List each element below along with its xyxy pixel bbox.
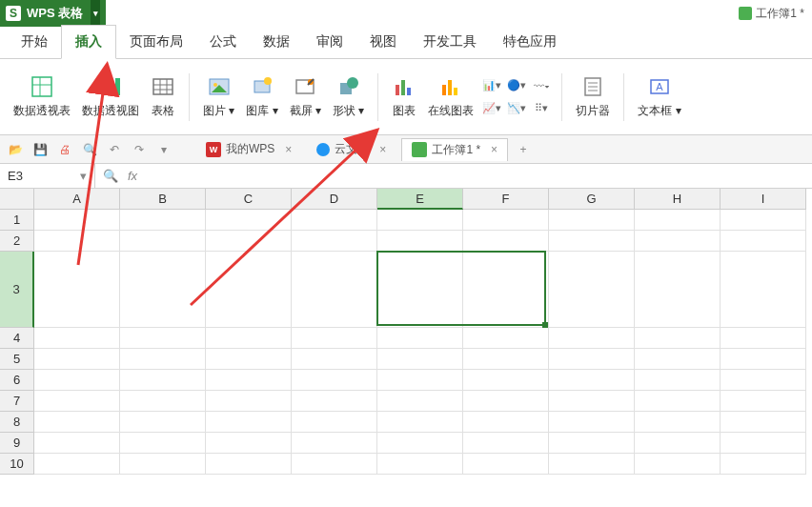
- fx-label[interactable]: fx: [128, 169, 137, 183]
- doc-tab-workbook[interactable]: 工作簿1 * ×: [401, 138, 508, 161]
- cell[interactable]: [635, 231, 721, 252]
- row-header[interactable]: 4: [0, 328, 34, 349]
- cell[interactable]: [721, 370, 806, 391]
- close-icon[interactable]: ×: [285, 143, 292, 156]
- gallery-button[interactable]: 图库 ▾: [242, 64, 281, 131]
- cell[interactable]: [377, 252, 463, 328]
- cell[interactable]: [549, 370, 635, 391]
- column-header[interactable]: B: [120, 189, 206, 210]
- doc-tab-wps-home[interactable]: W 我的WPS ×: [196, 138, 301, 161]
- undo-icon[interactable]: ↶: [105, 140, 124, 159]
- tab-review[interactable]: 审阅: [303, 26, 356, 58]
- cell[interactable]: [120, 391, 206, 412]
- cell[interactable]: [549, 210, 635, 231]
- cell[interactable]: [463, 210, 549, 231]
- cell[interactable]: [635, 252, 721, 328]
- add-tab-icon[interactable]: +: [514, 140, 533, 159]
- cell[interactable]: [292, 412, 377, 433]
- mini-chart-4[interactable]: 📉▾: [506, 100, 527, 117]
- cell[interactable]: [549, 391, 635, 412]
- open-icon[interactable]: 📂: [6, 140, 25, 159]
- column-header[interactable]: D: [292, 189, 377, 210]
- cell[interactable]: [206, 252, 292, 328]
- cell[interactable]: [721, 454, 806, 475]
- row-header[interactable]: 6: [0, 370, 34, 391]
- mini-chart-6[interactable]: ⠿▾: [531, 100, 552, 117]
- cell[interactable]: [377, 231, 463, 252]
- cell[interactable]: [120, 370, 206, 391]
- cell[interactable]: [377, 412, 463, 433]
- chevron-down-icon[interactable]: ▾: [80, 169, 87, 183]
- app-dropdown-icon[interactable]: ▾: [91, 0, 100, 27]
- cell[interactable]: [206, 210, 292, 231]
- slicer-button[interactable]: 切片器: [572, 64, 614, 131]
- cell[interactable]: [34, 454, 120, 475]
- cell[interactable]: [721, 328, 806, 349]
- pivot-chart-button[interactable]: 数据透视图: [78, 64, 143, 131]
- chart-button[interactable]: 图表: [388, 64, 420, 131]
- row-header[interactable]: 1: [0, 210, 34, 231]
- tab-insert[interactable]: 插入: [61, 25, 116, 59]
- cell[interactable]: [721, 231, 806, 252]
- cell[interactable]: [377, 433, 463, 454]
- cell[interactable]: [463, 231, 549, 252]
- cell[interactable]: [549, 349, 635, 370]
- picture-button[interactable]: 图片 ▾: [199, 64, 238, 131]
- cell[interactable]: [463, 391, 549, 412]
- tab-special[interactable]: 特色应用: [490, 26, 570, 58]
- cell[interactable]: [549, 433, 635, 454]
- cell[interactable]: [120, 231, 206, 252]
- cell[interactable]: [292, 231, 377, 252]
- cell[interactable]: [206, 349, 292, 370]
- doc-tab-cloud[interactable]: 云文档 ×: [307, 138, 396, 161]
- column-header[interactable]: E: [377, 189, 463, 210]
- cell[interactable]: [721, 433, 806, 454]
- save-icon[interactable]: 💾: [30, 140, 50, 159]
- cell[interactable]: [377, 454, 463, 475]
- cell[interactable]: [206, 328, 292, 349]
- close-icon[interactable]: ×: [379, 143, 386, 156]
- tab-pagelayout[interactable]: 页面布局: [116, 26, 196, 58]
- print-icon[interactable]: 🖨: [55, 140, 74, 159]
- cell[interactable]: [463, 328, 549, 349]
- column-header[interactable]: C: [206, 189, 292, 210]
- cell[interactable]: [635, 433, 721, 454]
- row-header[interactable]: 8: [0, 412, 34, 433]
- cell[interactable]: [292, 210, 377, 231]
- column-header[interactable]: I: [721, 189, 806, 210]
- tab-developer[interactable]: 开发工具: [410, 26, 490, 58]
- cell[interactable]: [377, 349, 463, 370]
- tab-view[interactable]: 视图: [356, 26, 410, 58]
- column-header[interactable]: H: [635, 189, 721, 210]
- cell[interactable]: [292, 433, 377, 454]
- cell[interactable]: [292, 391, 377, 412]
- cell[interactable]: [549, 252, 635, 328]
- cell[interactable]: [635, 391, 721, 412]
- cell[interactable]: [120, 433, 206, 454]
- name-box[interactable]: E3 ▾: [0, 164, 95, 188]
- tab-formula[interactable]: 公式: [196, 26, 250, 58]
- tab-start[interactable]: 开始: [8, 26, 61, 58]
- cell[interactable]: [206, 412, 292, 433]
- table-button[interactable]: 表格: [147, 64, 179, 131]
- cell[interactable]: [721, 349, 806, 370]
- shape-button[interactable]: 形状 ▾: [329, 64, 368, 131]
- row-header[interactable]: 7: [0, 391, 34, 412]
- cell[interactable]: [463, 370, 549, 391]
- cell[interactable]: [34, 252, 120, 328]
- row-header[interactable]: 9: [0, 433, 34, 454]
- cell[interactable]: [120, 454, 206, 475]
- column-header[interactable]: G: [549, 189, 635, 210]
- mini-chart-3[interactable]: 🔵▾: [506, 77, 527, 94]
- cell[interactable]: [549, 328, 635, 349]
- cell[interactable]: [34, 412, 120, 433]
- cell[interactable]: [120, 210, 206, 231]
- mini-chart-2[interactable]: 📈▾: [481, 100, 502, 117]
- cell[interactable]: [206, 231, 292, 252]
- cell[interactable]: [34, 349, 120, 370]
- cell[interactable]: [206, 454, 292, 475]
- cell[interactable]: [635, 349, 721, 370]
- cell[interactable]: [292, 454, 377, 475]
- cell[interactable]: [120, 349, 206, 370]
- mini-chart-1[interactable]: 📊▾: [481, 77, 502, 94]
